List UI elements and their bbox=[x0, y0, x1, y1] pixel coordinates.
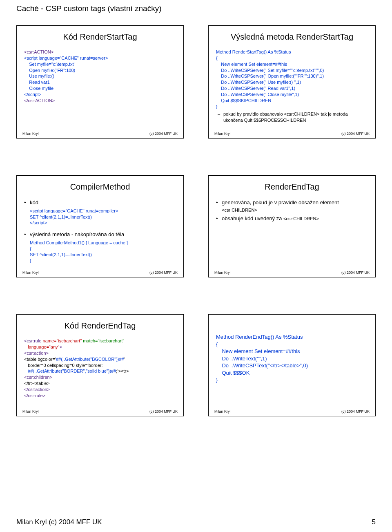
slides-row: Kód RenderStartTag <csr:ACTION><script l… bbox=[16, 25, 376, 139]
footer-copyright: (c) 2004 MFF UK bbox=[149, 409, 178, 414]
code-line: Quit $$$OK bbox=[216, 369, 368, 377]
code-line: Method RenderStartTag() As %Status bbox=[216, 49, 368, 55]
slide-body: Method RenderEndTag() As %Status{ New el… bbox=[213, 333, 371, 406]
bullet: obsahuje kód uvedený za <csr:CHILDREN> bbox=[216, 215, 368, 222]
code-line: </script> bbox=[24, 92, 176, 98]
code-line: Do ..WriteCSPText("</tr></table>",0) bbox=[216, 362, 368, 369]
code-line: <csr:children> bbox=[24, 374, 176, 380]
footer-copyright: (c) 2004 MFF UK bbox=[341, 409, 370, 414]
code-line: Do ..WriteCSPServer(" Open myfile:(""FR"… bbox=[216, 73, 368, 79]
bullet: generována, pokud je v pravidle obsažen … bbox=[216, 199, 368, 213]
code-line: { bbox=[30, 246, 176, 252]
page-footer-page-number: 5 bbox=[372, 518, 376, 526]
code-line: </tr></table> bbox=[24, 380, 176, 387]
slide-body: Method RenderStartTag() As %Status{ New … bbox=[213, 49, 371, 128]
code-line: Do ..WriteCSPServer(" Close myfile",1) bbox=[216, 92, 368, 98]
slide-title: Kód RenderStartTag bbox=[21, 32, 179, 42]
code-line: Do ..WriteCSPServer(" Read var1",1) bbox=[216, 85, 368, 92]
code-line: <csr:rule name="iscbarchart" match="isc:… bbox=[24, 338, 176, 344]
slide-body: kód <script language="CACHE" runat=compi… bbox=[21, 199, 179, 267]
slide-footer: Milan Kryl (c) 2004 MFF UK bbox=[21, 131, 179, 136]
footer-copyright: (c) 2004 MFF UK bbox=[341, 270, 370, 275]
code-line: border=0 cellspacing=0 style='border: bbox=[24, 362, 176, 369]
code-line: </script> bbox=[30, 220, 176, 226]
code-line: Do ..WriteCSPServer(" Set myfile=""c:\te… bbox=[216, 67, 368, 74]
footer-author: Milan Kryl bbox=[22, 132, 39, 136]
slides-row: CompilerMethod kód <script language="CAC… bbox=[16, 175, 376, 277]
code-line: <table bgcolor='##(..GetAttribute("BGCOL… bbox=[24, 356, 176, 362]
code-line: </csr:ACTION> bbox=[24, 98, 176, 104]
slide-footer: Milan Kryl (c) 2004 MFF UK bbox=[213, 409, 371, 414]
page-footer-left: Milan Kryl (c) 2004 MFF UK bbox=[16, 518, 102, 526]
slide-body: <csr:ACTION><script language="CACHE" run… bbox=[21, 49, 179, 128]
footer-copyright: (c) 2004 MFF UK bbox=[341, 132, 370, 136]
slide-footer: Milan Kryl (c) 2004 MFF UK bbox=[21, 270, 179, 275]
page: Caché - CSP custom tags (vlastní značky)… bbox=[0, 0, 392, 532]
slide-renderendtag: RenderEndTag generována, pokud je v prav… bbox=[208, 175, 376, 277]
code-line: </csr:action> bbox=[24, 387, 176, 393]
code-line: ##(..GetAttribute("BORDER","solid blue")… bbox=[24, 368, 176, 374]
code-line: <csr:ACTION> bbox=[24, 49, 176, 55]
code-line: Close myfile bbox=[24, 85, 176, 92]
slide-footer: Milan Kryl (c) 2004 MFF UK bbox=[21, 409, 179, 414]
slide-footer: Milan Kryl (c) 2004 MFF UK bbox=[213, 131, 371, 136]
footer-author: Milan Kryl bbox=[22, 409, 39, 414]
code-line: Method CompilerMethod1() [ Language = ca… bbox=[30, 240, 176, 246]
code-line: <script language="CACHE" runat=server> bbox=[24, 55, 176, 61]
code-line: Quit $$$SKIPCHILDREN bbox=[216, 98, 368, 104]
slide-vysledna-renderstarttag: Výsledná metoda RenderStartTag Method Re… bbox=[208, 25, 376, 139]
code-line: language="any"> bbox=[24, 344, 176, 350]
page-footer: Milan Kryl (c) 2004 MFF UK 5 bbox=[16, 518, 376, 526]
code-line: { bbox=[216, 55, 368, 61]
slide-title: CompilerMethod bbox=[21, 182, 179, 192]
slide-body: generována, pokud je v pravidle obsažen … bbox=[213, 199, 371, 267]
document-title: Caché - CSP custom tags (vlastní značky) bbox=[16, 4, 376, 13]
code-line: Method RenderEndTag() As %Status bbox=[216, 333, 368, 341]
footer-copyright: (c) 2004 MFF UK bbox=[149, 132, 178, 136]
footer-author: Milan Kryl bbox=[214, 132, 231, 136]
footer-author: Milan Kryl bbox=[214, 270, 231, 275]
slide-compilermethod: CompilerMethod kód <script language="CAC… bbox=[16, 175, 184, 277]
bullet: výsledná metoda - nakopírována do těla bbox=[24, 231, 176, 238]
slide-renderendtag-method: Method RenderEndTag() As %Status{ New el… bbox=[208, 314, 376, 416]
code-line: Use myfile:() bbox=[24, 73, 176, 79]
code-line: } bbox=[216, 104, 368, 110]
slides-row: Kód RenderEndTag <csr:rule name="iscbarc… bbox=[16, 314, 376, 416]
code-line: } bbox=[216, 376, 368, 384]
code-line: Do ..WriteText("",1) bbox=[216, 355, 368, 362]
slide-kod-renderstarttag: Kód RenderStartTag <csr:ACTION><script l… bbox=[16, 25, 184, 139]
code-line: Open myfile:("FR":100) bbox=[24, 67, 176, 74]
slide-body: <csr:rule name="iscbarchart" match="isc:… bbox=[21, 338, 179, 406]
code-line: } bbox=[30, 258, 176, 264]
slide-title: Výsledná metoda RenderStartTag bbox=[213, 32, 371, 42]
slide-title: RenderEndTag bbox=[213, 182, 371, 192]
code-line: Set myfile="c:\temp.txt" bbox=[24, 61, 176, 67]
code-line: </csr:rule> bbox=[24, 393, 176, 399]
code-line: <csr:action> bbox=[24, 350, 176, 356]
code-line: SET ^client(2,1,1)=..InnerText() bbox=[30, 214, 176, 220]
code-line: SET ^client(2,1,1)=..InnerText() bbox=[30, 252, 176, 258]
code-line: { bbox=[216, 341, 368, 348]
code-line: Do ..WriteCSPServer(" Use myfile:() ",1) bbox=[216, 79, 368, 85]
slide-title: Kód RenderEndTag bbox=[21, 321, 179, 331]
footer-copyright: (c) 2004 MFF UK bbox=[149, 270, 178, 275]
code-line: New element Set element=##this bbox=[216, 348, 368, 355]
slide-note: pokud by pravidlo obsahovalo <csr:CHILDR… bbox=[216, 111, 368, 123]
code-line: New element Set element=##this bbox=[216, 61, 368, 67]
slide-footer: Milan Kryl (c) 2004 MFF UK bbox=[213, 270, 371, 275]
code-line: <script language="CACHE" runat=compiler> bbox=[30, 208, 176, 214]
code-line: Read var1 bbox=[24, 79, 176, 85]
bullet: kód bbox=[24, 199, 176, 206]
slides-grid: Kód RenderStartTag <csr:ACTION><script l… bbox=[16, 25, 376, 416]
footer-author: Milan Kryl bbox=[214, 409, 231, 414]
footer-author: Milan Kryl bbox=[22, 270, 39, 275]
slide-kod-renderendtag: Kód RenderEndTag <csr:rule name="iscbarc… bbox=[16, 314, 184, 416]
